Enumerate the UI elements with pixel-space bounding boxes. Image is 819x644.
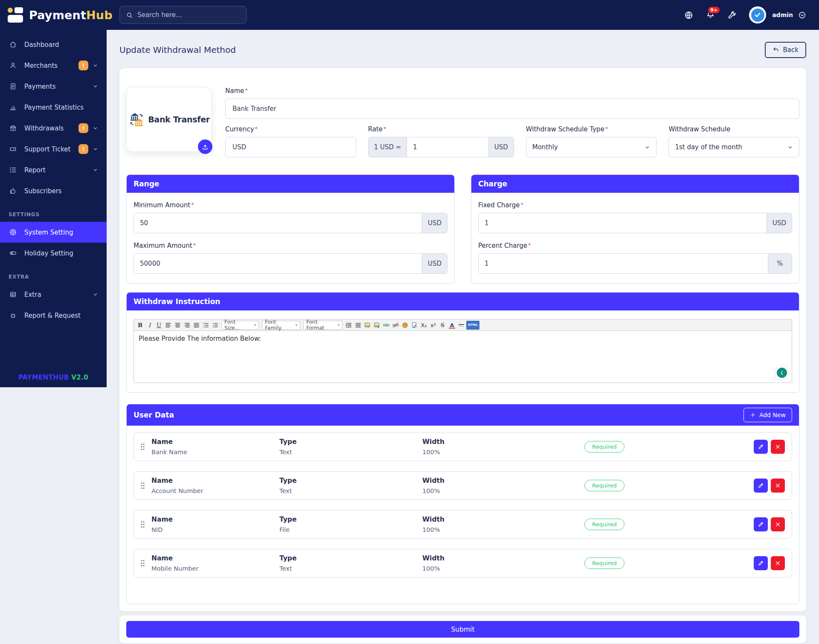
html-source-button[interactable]: HTML	[466, 321, 479, 330]
topbar: PaymentHub 9+ admin	[0, 0, 819, 30]
fixed-charge-input[interactable]	[479, 213, 767, 233]
row-type-label: Type	[279, 554, 422, 562]
submit-card: Submit	[119, 615, 806, 643]
thumb-icon	[9, 187, 17, 195]
edit-row-button[interactable]	[754, 556, 768, 570]
name-input[interactable]	[225, 99, 799, 119]
strikethrough-button[interactable]: S	[438, 321, 447, 330]
required-badge: Required	[584, 519, 624, 530]
insert-image-add-icon[interactable]	[372, 321, 381, 330]
edit-row-button[interactable]	[754, 440, 768, 454]
sidebar-item-label: System Setting	[24, 229, 98, 236]
edit-row-button[interactable]	[754, 517, 768, 531]
delete-row-button[interactable]	[771, 440, 785, 454]
sidebar-item-payments[interactable]: Payments	[0, 76, 107, 97]
delete-row-button[interactable]	[771, 479, 785, 493]
drag-handle-icon[interactable]	[141, 443, 145, 450]
italic-button[interactable]: I	[145, 321, 154, 330]
brand-logo[interactable]: PaymentHub	[0, 6, 107, 23]
edit-page-icon[interactable]	[410, 321, 419, 330]
align-center-icon[interactable]	[173, 321, 182, 330]
unlink-icon[interactable]	[391, 321, 400, 330]
sidebar-item-holiday-setting[interactable]: Holiday Setting	[0, 243, 107, 264]
sidebar-item-label: Support Ticket	[24, 145, 78, 153]
row-width-value: 100%	[422, 487, 584, 494]
avatar[interactable]	[749, 6, 766, 23]
indent-icon[interactable]	[344, 321, 353, 330]
drag-handle-icon[interactable]	[141, 482, 145, 489]
user-data-row: Name Bank Name Type Text Width 100% Requ…	[134, 432, 792, 461]
horizontal-rule-icon[interactable]	[457, 321, 466, 330]
sidebar-item-dashboard[interactable]: Dashboard	[0, 34, 107, 55]
align-left-icon[interactable]	[164, 321, 173, 330]
bank-icon	[9, 124, 17, 133]
font-color-button[interactable]: A	[447, 321, 456, 330]
font-family-dropdown[interactable]: Font Family.▾	[262, 321, 300, 330]
withdrawal-method-form-card: Bank Transfer Name* Currency*	[119, 68, 806, 611]
rich-text-editor: B I U Font Size...▾ Font Family.▾ Font F…	[134, 319, 792, 383]
sidebar-item-system-setting[interactable]: System Setting	[0, 222, 107, 243]
withdraw-schedule-label: Withdraw Schedule	[668, 125, 799, 133]
user-data-panel: User Data Add New Name Bank Name Type Te…	[126, 404, 799, 604]
user-data-row: Name NID Type File Width 100% Required	[134, 510, 792, 539]
palette-icon[interactable]	[401, 321, 410, 330]
outdent-icon[interactable]	[354, 321, 363, 330]
sidebar-item-label: Dashboard	[24, 41, 98, 49]
editor-resize-grip[interactable]	[775, 366, 789, 380]
bold-button[interactable]: B	[136, 321, 145, 330]
sidebar-item-subscribers[interactable]: Subscribers	[0, 180, 107, 201]
search-input[interactable]	[137, 11, 231, 19]
minimum-amount-input[interactable]	[134, 213, 422, 233]
sidebar-item-withdrawals[interactable]: Withdrawals !	[0, 118, 107, 139]
insert-image-edit-icon[interactable]	[363, 321, 372, 330]
row-width-label: Width	[422, 554, 584, 562]
withdraw-schedule-type-select[interactable]: Monthly	[526, 137, 657, 157]
rate-suffix: USD	[488, 137, 514, 157]
link-icon[interactable]	[382, 321, 391, 330]
sidebar-item-report[interactable]: Report	[0, 160, 107, 180]
wrench-icon[interactable]	[727, 10, 737, 20]
back-button[interactable]: Back	[765, 42, 806, 58]
superscript-button[interactable]: x²	[429, 321, 438, 330]
ordered-list-icon[interactable]	[201, 321, 210, 330]
chevron-down-icon	[93, 146, 98, 152]
submit-button[interactable]: Submit	[126, 621, 799, 638]
sidebar-item-payment-statistics[interactable]: Payment Statistics	[0, 97, 107, 118]
minimum-amount-addon: USD	[422, 213, 447, 233]
edit-row-button[interactable]	[754, 479, 768, 493]
sidebar-item-label: Payments	[24, 83, 93, 90]
back-arrow-icon	[773, 46, 779, 53]
currency-input[interactable]	[225, 137, 356, 157]
chevron-down-icon[interactable]	[798, 11, 806, 19]
font-size-dropdown[interactable]: Font Size...▾	[221, 321, 259, 330]
upload-image-button[interactable]	[198, 139, 212, 154]
notifications-button[interactable]: 9+	[706, 9, 715, 21]
globe-icon[interactable]	[684, 10, 694, 20]
chevron-down-icon	[93, 292, 98, 297]
currency-field: Currency*	[225, 125, 356, 157]
sidebar-item-label: Holiday Setting	[24, 249, 98, 257]
add-new-button[interactable]: Add New	[743, 408, 792, 422]
sidebar-item-report-request[interactable]: Report & Request	[0, 305, 107, 326]
user-data-row: Name Account Number Type Text Width 100%…	[134, 471, 792, 500]
drag-handle-icon[interactable]	[141, 560, 145, 567]
delete-row-button[interactable]	[771, 556, 785, 570]
row-name-value: Account Number	[151, 487, 279, 494]
unordered-list-icon[interactable]	[211, 321, 220, 330]
underline-button[interactable]: U	[154, 321, 163, 330]
withdraw-schedule-select[interactable]: 1st day of the month	[668, 137, 799, 157]
subscript-button[interactable]: X₂	[419, 321, 428, 330]
align-justify-icon[interactable]	[192, 321, 201, 330]
percent-charge-input[interactable]	[479, 254, 768, 273]
sidebar-item-merchants[interactable]: Merchants !	[0, 55, 107, 76]
notification-count-badge: 9+	[707, 6, 720, 14]
rate-input[interactable]	[407, 137, 488, 157]
maximum-amount-input[interactable]	[134, 254, 422, 273]
delete-row-button[interactable]	[771, 517, 785, 531]
editor-content[interactable]: Please Provide The information Below:	[134, 331, 792, 383]
drag-handle-icon[interactable]	[141, 521, 145, 528]
font-format-dropdown[interactable]: Font Format▾	[303, 321, 343, 330]
sidebar-item-support-ticket[interactable]: Support Ticket !	[0, 139, 107, 160]
sidebar-item-extra[interactable]: Extra	[0, 284, 107, 305]
align-right-icon[interactable]	[183, 321, 192, 330]
